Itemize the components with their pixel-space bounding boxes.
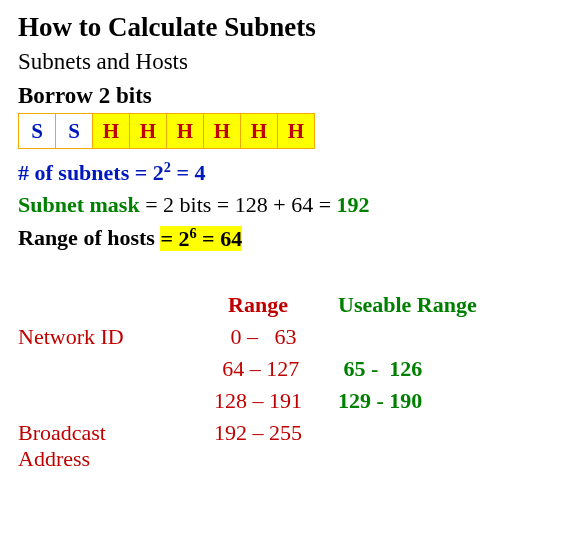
range-cell: 64 – 127 (178, 356, 338, 382)
bit-box-table: S S H H H H H H (18, 113, 315, 149)
bit-cell: S (56, 114, 93, 149)
subnet-mask-line: Subnet mask = 2 bits = 128 + 64 = 192 (18, 192, 548, 218)
useable-cell: 129 - 190 (338, 388, 498, 414)
text: = 2 bits = 128 + 64 = (140, 192, 337, 217)
label: Range of hosts (18, 226, 160, 251)
bit-cell: H (204, 114, 241, 149)
bit-cell: H (241, 114, 278, 149)
range-cell: 192 – 255 (178, 420, 338, 446)
range-header: Range (178, 292, 338, 318)
bit-cell: H (167, 114, 204, 149)
label: Subnet mask (18, 192, 140, 217)
subtitle: Subnets and Hosts (18, 49, 548, 75)
range-table: Range Useable Range Network ID 0 – 63 64… (18, 292, 548, 472)
exponent: 2 (164, 159, 171, 175)
page-title: How to Calculate Subnets (18, 12, 548, 43)
bit-cell: H (278, 114, 315, 149)
borrow-label: Borrow 2 bits (18, 83, 548, 109)
network-id-label: Network ID (18, 324, 178, 350)
exponent: 6 (189, 224, 196, 240)
range-cell: 128 – 191 (178, 388, 338, 414)
bit-cell: H (93, 114, 130, 149)
bit-cell: H (130, 114, 167, 149)
text: # of subnets = 2 (18, 160, 164, 185)
broadcast-label: Broadcast Address (18, 420, 178, 472)
result: 192 (337, 192, 370, 217)
text: = 4 (171, 160, 206, 185)
host-range-line: Range of hosts = 26 = 64 (18, 224, 548, 251)
useable-cell: 65 - 126 (338, 356, 498, 382)
bit-cell: S (19, 114, 56, 149)
subnet-count-line: # of subnets = 22 = 4 (18, 159, 548, 186)
useable-header: Useable Range (338, 292, 498, 318)
text: = 64 (197, 226, 243, 251)
range-cell: 0 – 63 (178, 324, 338, 350)
text: = 2 (160, 226, 189, 251)
